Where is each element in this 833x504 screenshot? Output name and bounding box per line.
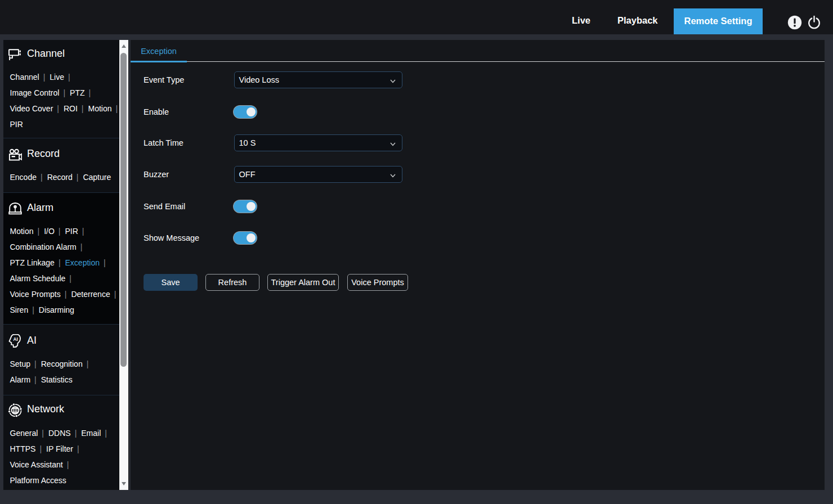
svg-text:AI: AI xyxy=(14,337,18,342)
